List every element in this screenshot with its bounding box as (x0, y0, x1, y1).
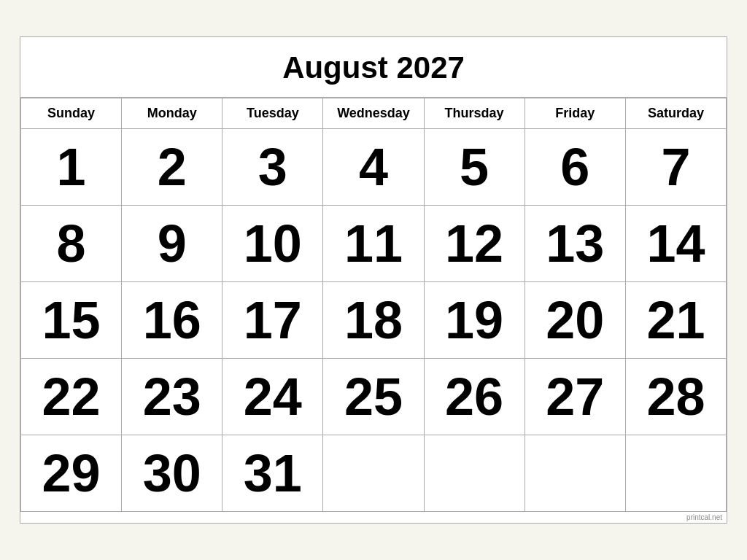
day-5: 5 (424, 129, 525, 206)
day-header-tuesday: Tuesday (222, 98, 323, 129)
day-header-saturday: Saturday (625, 98, 726, 129)
day-header-sunday: Sunday (21, 98, 122, 129)
day-14: 14 (625, 206, 726, 282)
week-row-5: 293031 (21, 435, 727, 512)
day-15: 15 (21, 282, 122, 359)
watermark: printcal.net (20, 512, 727, 523)
day-3: 3 (222, 129, 323, 206)
day-28: 28 (625, 359, 726, 435)
week-row-1: 1234567 (21, 129, 727, 206)
week-row-2: 891011121314 (21, 206, 727, 282)
day-2: 2 (122, 129, 222, 206)
day-27: 27 (525, 359, 625, 435)
day-9: 9 (122, 206, 222, 282)
day-7: 7 (625, 129, 726, 206)
day-12: 12 (424, 206, 525, 282)
day-18: 18 (323, 282, 424, 359)
empty-day (525, 435, 625, 512)
day-6: 6 (525, 129, 625, 206)
day-24: 24 (222, 359, 323, 435)
day-header-friday: Friday (525, 98, 625, 129)
day-4: 4 (323, 129, 424, 206)
days-of-week-row: Sunday Monday Tuesday Wednesday Thursday… (21, 98, 727, 129)
day-10: 10 (222, 206, 323, 282)
day-19: 19 (424, 282, 525, 359)
day-header-thursday: Thursday (424, 98, 525, 129)
empty-day (424, 435, 525, 512)
calendar-grid: Sunday Monday Tuesday Wednesday Thursday… (20, 98, 727, 512)
day-31: 31 (222, 435, 323, 512)
day-22: 22 (21, 359, 122, 435)
day-30: 30 (122, 435, 222, 512)
day-8: 8 (21, 206, 122, 282)
calendar-container: August 2027 Sunday Monday Tuesday Wednes… (20, 36, 727, 524)
week-row-4: 22232425262728 (21, 359, 727, 435)
day-17: 17 (222, 282, 323, 359)
day-26: 26 (424, 359, 525, 435)
day-20: 20 (525, 282, 625, 359)
day-23: 23 (122, 359, 222, 435)
day-25: 25 (323, 359, 424, 435)
empty-day (625, 435, 726, 512)
empty-day (323, 435, 424, 512)
day-header-monday: Monday (122, 98, 222, 129)
week-row-3: 15161718192021 (21, 282, 727, 359)
day-21: 21 (625, 282, 726, 359)
day-1: 1 (21, 129, 122, 206)
day-11: 11 (323, 206, 424, 282)
day-29: 29 (21, 435, 122, 512)
day-16: 16 (122, 282, 222, 359)
day-13: 13 (525, 206, 625, 282)
day-header-wednesday: Wednesday (323, 98, 424, 129)
calendar-title: August 2027 (20, 37, 727, 98)
